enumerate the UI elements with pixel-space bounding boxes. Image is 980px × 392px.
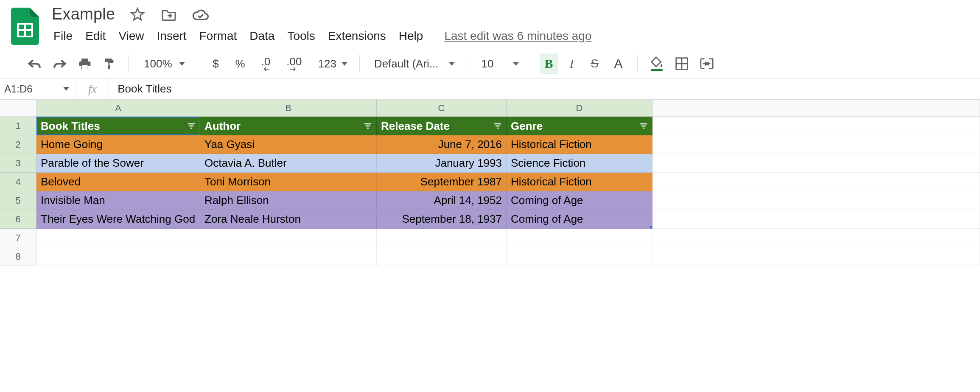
menu-help[interactable]: Help bbox=[399, 29, 423, 43]
sheets-logo-icon[interactable] bbox=[8, 5, 42, 48]
cell-blank[interactable] bbox=[652, 191, 980, 210]
print-button[interactable] bbox=[75, 53, 95, 74]
toolbar-separator bbox=[637, 55, 638, 72]
decrease-decimal-button[interactable]: .0 bbox=[255, 53, 277, 74]
filter-icon[interactable] bbox=[364, 122, 372, 130]
cell-D3[interactable]: Science Fiction bbox=[507, 154, 652, 173]
header-label: Author bbox=[204, 120, 241, 133]
menu-data[interactable]: Data bbox=[249, 29, 274, 43]
font-family-label: Default (Ari... bbox=[372, 57, 441, 70]
cell-A2[interactable]: Home Going bbox=[36, 135, 200, 154]
header-cell-release[interactable]: Release Date bbox=[377, 117, 507, 135]
header-cell-author[interactable]: Author bbox=[200, 117, 377, 135]
menu-file[interactable]: File bbox=[53, 29, 73, 43]
cell-C6[interactable]: September 18, 1937 bbox=[377, 210, 507, 229]
currency-format-button[interactable]: $ bbox=[207, 53, 225, 74]
undo-button[interactable] bbox=[24, 53, 45, 74]
increase-decimal-button[interactable]: .00 bbox=[280, 53, 308, 74]
menu-insert[interactable]: Insert bbox=[157, 29, 187, 43]
cell-D4[interactable]: Historical Fiction bbox=[507, 173, 652, 191]
row-header-8[interactable]: 8 bbox=[0, 247, 36, 266]
cell-A3[interactable]: Parable of the Sower bbox=[36, 154, 200, 173]
column-header-C[interactable]: C bbox=[377, 100, 507, 117]
cell-D5[interactable]: Coming of Age bbox=[507, 191, 652, 210]
italic-button[interactable]: I bbox=[563, 53, 581, 74]
move-to-folder-icon[interactable] bbox=[160, 6, 178, 23]
cloud-saved-icon[interactable] bbox=[191, 6, 209, 23]
font-size-dropdown[interactable]: 10 bbox=[476, 53, 522, 74]
cell-blank[interactable] bbox=[652, 154, 980, 173]
doc-title[interactable]: Example bbox=[52, 5, 115, 23]
merge-cells-button[interactable] bbox=[696, 53, 717, 74]
column-header-extra[interactable] bbox=[652, 100, 980, 117]
menu-extensions[interactable]: Extensions bbox=[328, 29, 386, 43]
last-edit-link[interactable]: Last edit was 6 minutes ago bbox=[444, 29, 591, 43]
redo-button[interactable] bbox=[49, 53, 70, 74]
select-all-corner[interactable] bbox=[0, 100, 36, 117]
cell-D7[interactable] bbox=[507, 229, 652, 247]
formula-input[interactable] bbox=[109, 78, 980, 99]
cell-A5[interactable]: Invisible Man bbox=[36, 191, 200, 210]
cell-B4[interactable]: Toni Morrison bbox=[200, 173, 377, 191]
cell-blank[interactable] bbox=[652, 247, 980, 266]
more-formats-dropdown[interactable]: 123 bbox=[312, 53, 350, 74]
cell-C5[interactable]: April 14, 1952 bbox=[377, 191, 507, 210]
font-family-dropdown[interactable]: Default (Ari... bbox=[368, 53, 458, 74]
header-cell-title[interactable]: Book Titles bbox=[36, 117, 200, 135]
column-header-B[interactable]: B bbox=[200, 100, 377, 117]
cell-blank[interactable] bbox=[652, 173, 980, 191]
star-icon[interactable] bbox=[129, 6, 146, 23]
paint-format-button[interactable] bbox=[99, 53, 120, 74]
cell-C8[interactable] bbox=[377, 247, 507, 266]
fill-color-button[interactable] bbox=[646, 53, 667, 74]
title-block: Example File Edit Vie bbox=[52, 5, 591, 49]
row-header-1[interactable]: 1 bbox=[0, 117, 36, 135]
text-color-button[interactable]: A bbox=[608, 53, 629, 74]
name-box[interactable]: A1:D6 bbox=[0, 78, 76, 99]
cell-D8[interactable] bbox=[507, 247, 652, 266]
cell-B8[interactable] bbox=[200, 247, 377, 266]
borders-button[interactable] bbox=[672, 53, 692, 74]
percent-format-button[interactable]: % bbox=[230, 53, 251, 74]
cell-C7[interactable] bbox=[377, 229, 507, 247]
cell-blank[interactable] bbox=[652, 117, 980, 135]
menu-format[interactable]: Format bbox=[199, 29, 237, 43]
row-header-5[interactable]: 5 bbox=[0, 191, 36, 210]
cell-blank[interactable] bbox=[652, 210, 980, 229]
cell-C3[interactable]: January 1993 bbox=[377, 154, 507, 173]
zoom-dropdown[interactable]: 100% bbox=[137, 57, 189, 70]
row-header-4[interactable]: 4 bbox=[0, 173, 36, 191]
spreadsheet-grid[interactable]: A B C D 1 Book Titles Author Release Dat… bbox=[0, 100, 980, 266]
strikethrough-button[interactable]: S bbox=[585, 53, 604, 74]
cell-C2[interactable]: June 7, 2016 bbox=[377, 135, 507, 154]
row-header-2[interactable]: 2 bbox=[0, 135, 36, 154]
row-header-7[interactable]: 7 bbox=[0, 229, 36, 247]
row-header-6[interactable]: 6 bbox=[0, 210, 36, 229]
cell-B2[interactable]: Yaa Gyasi bbox=[200, 135, 377, 154]
menu-edit[interactable]: Edit bbox=[85, 29, 106, 43]
cell-B5[interactable]: Ralph Ellison bbox=[200, 191, 377, 210]
filter-icon[interactable] bbox=[493, 122, 502, 130]
cell-D6[interactable]: Coming of Age bbox=[507, 210, 652, 229]
row-header-3[interactable]: 3 bbox=[0, 154, 36, 173]
cell-A7[interactable] bbox=[36, 229, 200, 247]
column-header-A[interactable]: A bbox=[36, 100, 200, 117]
formula-bar: A1:D6 fx bbox=[0, 78, 980, 100]
cell-blank[interactable] bbox=[652, 135, 980, 154]
cell-A4[interactable]: Beloved bbox=[36, 173, 200, 191]
cell-A6[interactable]: Their Eyes Were Watching God bbox=[36, 210, 200, 229]
cell-B7[interactable] bbox=[200, 229, 377, 247]
column-header-D[interactable]: D bbox=[507, 100, 652, 117]
filter-icon[interactable] bbox=[639, 122, 648, 130]
cell-C4[interactable]: September 1987 bbox=[377, 173, 507, 191]
cell-A8[interactable] bbox=[36, 247, 200, 266]
cell-blank[interactable] bbox=[652, 229, 980, 247]
cell-D2[interactable]: Historical Fiction bbox=[507, 135, 652, 154]
bold-button[interactable]: B bbox=[540, 53, 558, 74]
menu-tools[interactable]: Tools bbox=[287, 29, 315, 43]
header-cell-genre[interactable]: Genre bbox=[507, 117, 652, 135]
cell-B6[interactable]: Zora Neale Hurston bbox=[200, 210, 377, 229]
filter-icon[interactable] bbox=[187, 122, 196, 130]
cell-B3[interactable]: Octavia A. Butler bbox=[200, 154, 377, 173]
menu-view[interactable]: View bbox=[118, 29, 144, 43]
